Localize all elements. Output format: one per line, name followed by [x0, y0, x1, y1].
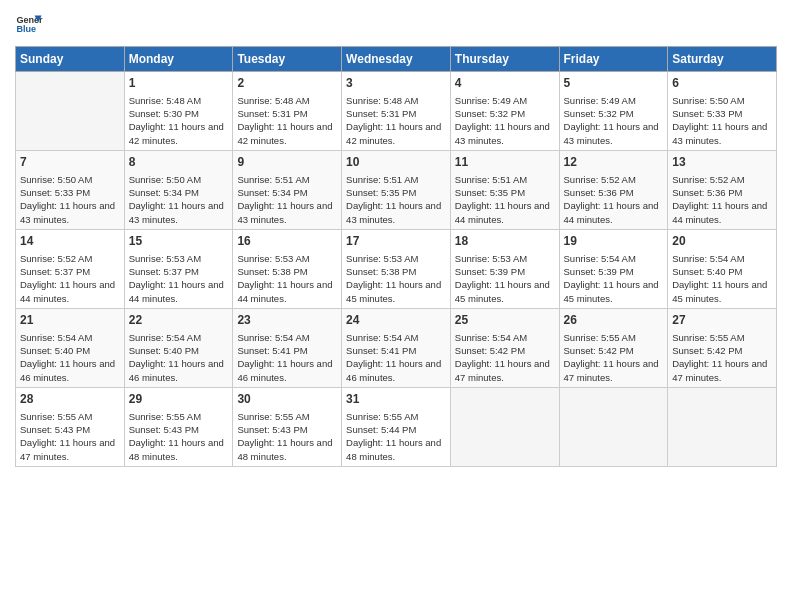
calendar-cell: 25Sunrise: 5:54 AMSunset: 5:42 PMDayligh… — [450, 308, 559, 387]
sunrise-text: Sunrise: 5:55 AM — [237, 410, 337, 423]
sunset-text: Sunset: 5:35 PM — [455, 186, 555, 199]
sunrise-text: Sunrise: 5:53 AM — [237, 252, 337, 265]
day-header-friday: Friday — [559, 47, 668, 72]
sunrise-text: Sunrise: 5:52 AM — [20, 252, 120, 265]
day-number: 16 — [237, 233, 337, 250]
calendar-cell: 28Sunrise: 5:55 AMSunset: 5:43 PMDayligh… — [16, 387, 125, 466]
sunrise-text: Sunrise: 5:55 AM — [672, 331, 772, 344]
calendar-cell — [559, 387, 668, 466]
sunrise-text: Sunrise: 5:50 AM — [672, 94, 772, 107]
calendar-cell: 12Sunrise: 5:52 AMSunset: 5:36 PMDayligh… — [559, 150, 668, 229]
daylight-text: Daylight: 11 hours and 44 minutes. — [20, 278, 120, 305]
sunrise-text: Sunrise: 5:50 AM — [129, 173, 229, 186]
sunset-text: Sunset: 5:43 PM — [129, 423, 229, 436]
daylight-text: Daylight: 11 hours and 44 minutes. — [455, 199, 555, 226]
sunrise-text: Sunrise: 5:51 AM — [346, 173, 446, 186]
sunset-text: Sunset: 5:33 PM — [20, 186, 120, 199]
sunrise-text: Sunrise: 5:51 AM — [455, 173, 555, 186]
sunrise-text: Sunrise: 5:54 AM — [672, 252, 772, 265]
calendar-cell: 27Sunrise: 5:55 AMSunset: 5:42 PMDayligh… — [668, 308, 777, 387]
daylight-text: Daylight: 11 hours and 48 minutes. — [129, 436, 229, 463]
sunset-text: Sunset: 5:43 PM — [20, 423, 120, 436]
calendar-cell: 3Sunrise: 5:48 AMSunset: 5:31 PMDaylight… — [342, 72, 451, 151]
day-number: 14 — [20, 233, 120, 250]
calendar-cell: 2Sunrise: 5:48 AMSunset: 5:31 PMDaylight… — [233, 72, 342, 151]
daylight-text: Daylight: 11 hours and 42 minutes. — [129, 120, 229, 147]
day-number: 1 — [129, 75, 229, 92]
daylight-text: Daylight: 11 hours and 47 minutes. — [20, 436, 120, 463]
calendar-cell — [668, 387, 777, 466]
day-number: 30 — [237, 391, 337, 408]
sunrise-text: Sunrise: 5:48 AM — [346, 94, 446, 107]
sunrise-text: Sunrise: 5:52 AM — [564, 173, 664, 186]
daylight-text: Daylight: 11 hours and 46 minutes. — [129, 357, 229, 384]
day-number: 9 — [237, 154, 337, 171]
calendar-cell: 10Sunrise: 5:51 AMSunset: 5:35 PMDayligh… — [342, 150, 451, 229]
sunrise-text: Sunrise: 5:55 AM — [129, 410, 229, 423]
day-header-tuesday: Tuesday — [233, 47, 342, 72]
calendar-cell: 18Sunrise: 5:53 AMSunset: 5:39 PMDayligh… — [450, 229, 559, 308]
sunset-text: Sunset: 5:36 PM — [564, 186, 664, 199]
day-number: 3 — [346, 75, 446, 92]
day-number: 20 — [672, 233, 772, 250]
day-number: 28 — [20, 391, 120, 408]
sunset-text: Sunset: 5:35 PM — [346, 186, 446, 199]
calendar-cell: 6Sunrise: 5:50 AMSunset: 5:33 PMDaylight… — [668, 72, 777, 151]
logo-icon: General Blue — [15, 10, 43, 38]
day-number: 29 — [129, 391, 229, 408]
daylight-text: Daylight: 11 hours and 43 minutes. — [672, 120, 772, 147]
calendar-cell: 16Sunrise: 5:53 AMSunset: 5:38 PMDayligh… — [233, 229, 342, 308]
calendar-cell: 15Sunrise: 5:53 AMSunset: 5:37 PMDayligh… — [124, 229, 233, 308]
day-number: 7 — [20, 154, 120, 171]
sunrise-text: Sunrise: 5:54 AM — [564, 252, 664, 265]
calendar-cell: 20Sunrise: 5:54 AMSunset: 5:40 PMDayligh… — [668, 229, 777, 308]
day-number: 4 — [455, 75, 555, 92]
calendar-cell: 19Sunrise: 5:54 AMSunset: 5:39 PMDayligh… — [559, 229, 668, 308]
sunrise-text: Sunrise: 5:48 AM — [129, 94, 229, 107]
sunrise-text: Sunrise: 5:50 AM — [20, 173, 120, 186]
daylight-text: Daylight: 11 hours and 45 minutes. — [672, 278, 772, 305]
sunset-text: Sunset: 5:31 PM — [346, 107, 446, 120]
sunrise-text: Sunrise: 5:49 AM — [455, 94, 555, 107]
calendar-cell: 17Sunrise: 5:53 AMSunset: 5:38 PMDayligh… — [342, 229, 451, 308]
sunrise-text: Sunrise: 5:51 AM — [237, 173, 337, 186]
sunset-text: Sunset: 5:32 PM — [455, 107, 555, 120]
daylight-text: Daylight: 11 hours and 48 minutes. — [346, 436, 446, 463]
daylight-text: Daylight: 11 hours and 45 minutes. — [564, 278, 664, 305]
daylight-text: Daylight: 11 hours and 47 minutes. — [564, 357, 664, 384]
daylight-text: Daylight: 11 hours and 44 minutes. — [129, 278, 229, 305]
day-number: 13 — [672, 154, 772, 171]
logo: General Blue — [15, 10, 43, 38]
day-number: 19 — [564, 233, 664, 250]
day-header-monday: Monday — [124, 47, 233, 72]
calendar-cell: 11Sunrise: 5:51 AMSunset: 5:35 PMDayligh… — [450, 150, 559, 229]
calendar-body: 1Sunrise: 5:48 AMSunset: 5:30 PMDaylight… — [16, 72, 777, 467]
sunrise-text: Sunrise: 5:55 AM — [346, 410, 446, 423]
sunset-text: Sunset: 5:40 PM — [672, 265, 772, 278]
daylight-text: Daylight: 11 hours and 42 minutes. — [237, 120, 337, 147]
daylight-text: Daylight: 11 hours and 43 minutes. — [455, 120, 555, 147]
daylight-text: Daylight: 11 hours and 43 minutes. — [237, 199, 337, 226]
day-number: 23 — [237, 312, 337, 329]
svg-text:Blue: Blue — [16, 24, 36, 34]
daylight-text: Daylight: 11 hours and 48 minutes. — [237, 436, 337, 463]
calendar-cell: 4Sunrise: 5:49 AMSunset: 5:32 PMDaylight… — [450, 72, 559, 151]
calendar-cell: 23Sunrise: 5:54 AMSunset: 5:41 PMDayligh… — [233, 308, 342, 387]
sunrise-text: Sunrise: 5:55 AM — [20, 410, 120, 423]
day-number: 22 — [129, 312, 229, 329]
sunset-text: Sunset: 5:34 PM — [129, 186, 229, 199]
day-header-wednesday: Wednesday — [342, 47, 451, 72]
daylight-text: Daylight: 11 hours and 46 minutes. — [237, 357, 337, 384]
sunset-text: Sunset: 5:40 PM — [20, 344, 120, 357]
daylight-text: Daylight: 11 hours and 45 minutes. — [346, 278, 446, 305]
daylight-text: Daylight: 11 hours and 46 minutes. — [346, 357, 446, 384]
calendar-cell: 22Sunrise: 5:54 AMSunset: 5:40 PMDayligh… — [124, 308, 233, 387]
day-number: 6 — [672, 75, 772, 92]
day-header-sunday: Sunday — [16, 47, 125, 72]
calendar-cell — [16, 72, 125, 151]
sunrise-text: Sunrise: 5:49 AM — [564, 94, 664, 107]
sunset-text: Sunset: 5:34 PM — [237, 186, 337, 199]
calendar-cell: 31Sunrise: 5:55 AMSunset: 5:44 PMDayligh… — [342, 387, 451, 466]
sunrise-text: Sunrise: 5:54 AM — [129, 331, 229, 344]
daylight-text: Daylight: 11 hours and 44 minutes. — [564, 199, 664, 226]
